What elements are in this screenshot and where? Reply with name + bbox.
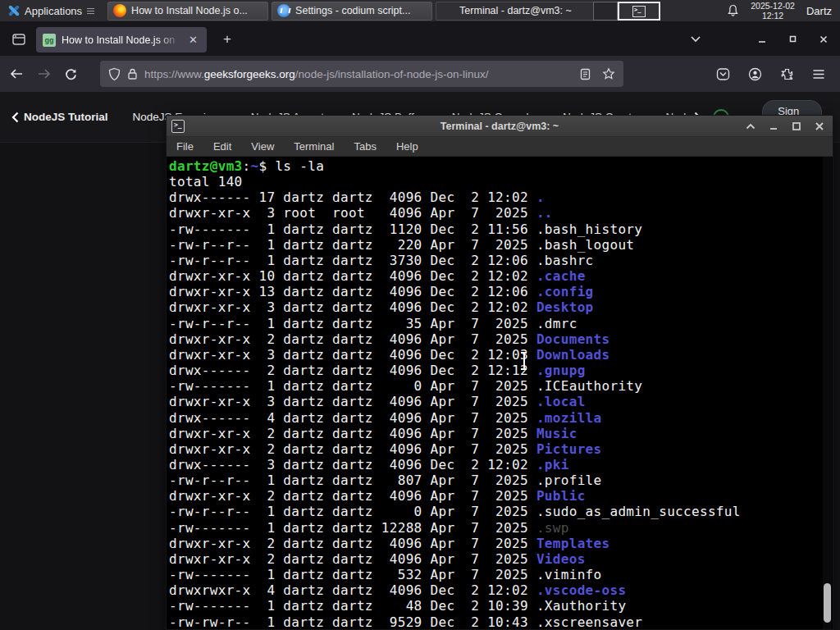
terminal-close-button[interactable] xyxy=(815,121,824,131)
listing-filename: .local xyxy=(536,394,586,409)
reload-button[interactable] xyxy=(59,62,82,85)
list-all-tabs-chevron-icon[interactable] xyxy=(690,35,701,43)
terminal-maximize-button[interactable] xyxy=(792,121,801,131)
terminal-menu-view[interactable]: View xyxy=(251,140,274,153)
terminal-listing-line: -rw------- 1 dartz dartz 48 Dec 2 10:39 … xyxy=(169,598,833,614)
reader-view-icon[interactable] xyxy=(580,68,591,80)
listing-attrs: -rw-r--r-- 1 dartz dartz 807 Apr 7 2025 xyxy=(169,472,536,488)
taskbar-button-label: How to Install Node.js o... xyxy=(131,5,248,16)
tab-close-icon[interactable]: ✕ xyxy=(186,33,200,47)
account-icon[interactable] xyxy=(748,67,762,81)
terminal-listing-line: drwxr-xr-x 3 dartz dartz 4096 Dec 2 12:0… xyxy=(169,347,833,363)
listing-attrs: drwxrwxr-x 4 dartz dartz 4096 Dec 2 12:0… xyxy=(169,582,536,598)
new-tab-button[interactable]: + xyxy=(217,30,238,49)
terminal-minimize-button[interactable] xyxy=(769,122,778,130)
notification-bell-icon[interactable] xyxy=(727,4,739,17)
back-button[interactable] xyxy=(5,62,28,85)
listing-filename: Downloads xyxy=(536,347,610,363)
listing-filename: .Xauthority xyxy=(536,598,626,614)
panel-status-area: 2025-12-02 12:12 Dartz xyxy=(727,1,840,21)
terminal-app-icon xyxy=(171,120,185,133)
panel-clock[interactable]: 2025-12-02 12:12 xyxy=(751,1,795,21)
listing-filename: .ICEauthority xyxy=(536,378,642,394)
url-bar[interactable]: https://www.geeksforgeeks.org/node-js/in… xyxy=(100,61,623,87)
taskbar-button[interactable]: Terminal - dartz@vm3: ~ xyxy=(436,2,596,21)
listing-attrs: drwx------ 17 dartz dartz 4096 Dec 2 12:… xyxy=(169,189,536,205)
terminal-scrollbar[interactable] xyxy=(823,157,832,629)
listing-attrs: drwxr-xr-x 2 dartz dartz 4096 Apr 7 2025 xyxy=(169,551,536,567)
listing-attrs: -rw-r--r-- 1 dartz dartz 35 Apr 7 2025 xyxy=(169,316,536,331)
terminal-output[interactable]: dartz@vm3:~$ ls -latotal 140drwx------ 1… xyxy=(167,157,833,629)
firefox-view-icon[interactable] xyxy=(8,29,30,50)
terminal-listing-line: -rw-r--r-- 1 dartz dartz 35 Apr 7 2025 .… xyxy=(169,316,833,331)
terminal-listing-line: drwxr-xr-x 2 dartz dartz 4096 Apr 7 2025… xyxy=(169,551,833,567)
terminal-window-controls xyxy=(746,121,833,131)
applications-label: Applications xyxy=(25,5,82,17)
listing-filename: Templates xyxy=(536,536,610,551)
browser-close-button[interactable] xyxy=(819,34,829,44)
browser-minimize-button[interactable] xyxy=(757,34,767,44)
save-to-pocket-icon[interactable] xyxy=(716,67,730,81)
listing-attrs: -rw-r--r-- 1 dartz dartz 0 Apr 7 2025 xyxy=(169,504,536,519)
listing-attrs: -rw-r--r-- 1 dartz dartz 220 Apr 7 2025 xyxy=(169,237,536,253)
url-text[interactable]: https://www.geeksforgeeks.org/node-js/in… xyxy=(144,68,573,80)
taskbar-button[interactable]: How to Install Node.js o... xyxy=(107,2,268,21)
extensions-puzzle-icon[interactable] xyxy=(780,67,794,81)
terminal-menu-file[interactable]: File xyxy=(176,140,194,153)
terminal-scrollbar-thumb[interactable] xyxy=(824,583,831,623)
workspace-1[interactable] xyxy=(593,2,618,21)
lock-icon[interactable] xyxy=(127,67,138,80)
listing-attrs: drwx------ 2 dartz dartz 4096 Dec 2 12:1… xyxy=(169,363,536,378)
terminal-total-line: total 140 xyxy=(169,174,833,189)
tab-title: How to Install Node.js on xyxy=(62,34,180,46)
terminal-title: Terminal - dartz@vm3: ~ xyxy=(167,121,833,132)
listing-attrs: drwxr-xr-x 3 root root 4096 Apr 7 2025 xyxy=(169,205,536,221)
browser-maximize-button[interactable] xyxy=(788,34,797,43)
listing-attrs: drwxr-xr-x 3 dartz dartz 4096 Dec 2 12:0… xyxy=(169,299,536,315)
browser-navigation-toolbar: https://www.geeksforgeeks.org/node-js/in… xyxy=(0,56,840,92)
url-domain: geeksforgeeks.org xyxy=(204,68,295,80)
prompt-command: ls -la xyxy=(275,158,324,174)
listing-filename: .bash_logout xyxy=(536,237,634,253)
terminal-menu-help[interactable]: Help xyxy=(396,140,418,153)
bookmark-star-icon[interactable] xyxy=(602,67,615,80)
site-nav-back-link[interactable]: NodeJS Tutorial xyxy=(11,111,108,123)
workspace-switcher[interactable] xyxy=(593,2,660,21)
url-path: /node-js/installation-of-node-js-on-linu… xyxy=(295,68,489,80)
listing-attrs: -rw-r--r-- 1 dartz dartz 3730 Dec 2 12:0… xyxy=(169,253,536,268)
terminal-listing-line: drwxr-xr-x 2 dartz dartz 4096 Apr 7 2025… xyxy=(169,426,833,441)
terminal-menu-tabs[interactable]: Tabs xyxy=(354,140,376,153)
terminal-titlebar[interactable]: Terminal - dartz@vm3: ~ xyxy=(167,116,833,137)
applications-menu-button[interactable]: Applications xyxy=(0,0,101,22)
listing-filename: Desktop xyxy=(536,299,594,315)
workspace-2-current[interactable] xyxy=(618,2,660,21)
listing-filename: . xyxy=(536,189,545,205)
terminal-menu-terminal[interactable]: Terminal xyxy=(294,140,334,153)
listing-attrs: drwxr-xr-x 3 dartz dartz 4096 Apr 7 2025 xyxy=(169,394,536,409)
terminal-listing-line: drwxr-xr-x 2 dartz dartz 4096 Apr 7 2025… xyxy=(169,536,833,551)
listing-attrs: drwxr-xr-x 10 dartz dartz 4096 Dec 2 12:… xyxy=(169,268,536,284)
terminal-prompt-line: dartz@vm3:~$ ls -la xyxy=(169,158,833,174)
terminal-menu-edit[interactable]: Edit xyxy=(213,140,231,153)
terminal-listing-line: -rw-r--r-- 1 dartz dartz 807 Apr 7 2025 … xyxy=(169,472,833,488)
listing-filename: .viminfo xyxy=(536,567,602,582)
listing-filename: Videos xyxy=(536,551,586,567)
terminal-listing-line: drwx------ 4 dartz dartz 4096 Apr 7 2025… xyxy=(169,410,833,426)
listing-attrs: -rw------- 1 dartz dartz 48 Dec 2 10:39 xyxy=(169,598,536,614)
tabbar-window-controls xyxy=(690,34,840,44)
tracking-shield-icon[interactable] xyxy=(108,67,121,81)
taskbar-button-label: Settings - codium script... xyxy=(295,5,410,16)
terminal-shade-button[interactable] xyxy=(746,123,756,130)
menu-grip-icon xyxy=(87,7,94,16)
terminal-listing-line: drwx------ 17 dartz dartz 4096 Dec 2 12:… xyxy=(169,189,833,205)
forward-button[interactable] xyxy=(33,62,56,85)
toolbar-right-icons xyxy=(716,67,840,81)
browser-tab-active[interactable]: gg How to Install Node.js on ✕ xyxy=(36,27,207,52)
terminal-listing-line: drwx------ 2 dartz dartz 4096 Dec 2 12:1… xyxy=(169,363,833,378)
terminal-listing-line: drwxrwxr-x 4 dartz dartz 4096 Dec 2 12:0… xyxy=(169,582,833,598)
listing-filename: .vscode-oss xyxy=(536,582,626,598)
hamburger-menu-icon[interactable] xyxy=(812,69,825,80)
mini-terminal-window-icon xyxy=(632,6,646,17)
taskbar-button[interactable]: Settings - codium script... xyxy=(272,2,432,21)
prompt-separator: : xyxy=(243,158,251,174)
